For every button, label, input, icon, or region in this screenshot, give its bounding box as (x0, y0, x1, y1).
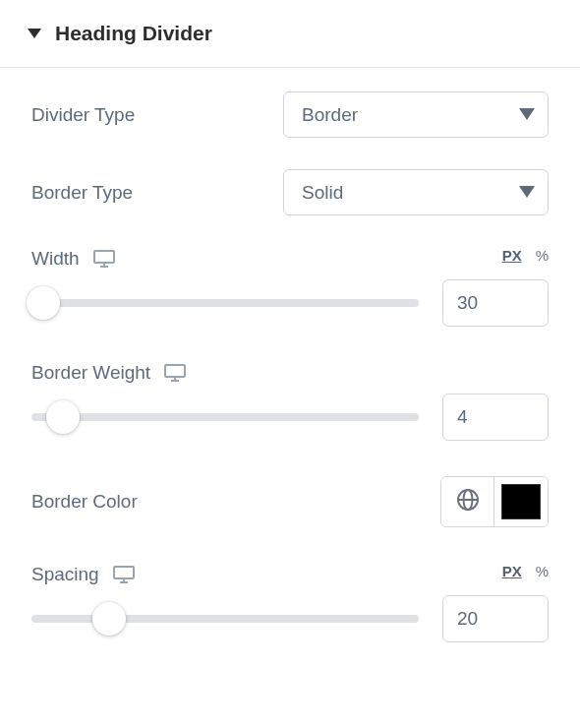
border-weight-input[interactable] (442, 394, 549, 441)
spacing-unit-group: PX % (502, 563, 549, 585)
desktop-icon[interactable] (164, 363, 186, 383)
spacing-input[interactable] (442, 595, 549, 642)
svg-marker-0 (28, 29, 41, 38)
spacing-slider[interactable] (31, 601, 419, 637)
width-unit-group: PX % (502, 247, 549, 270)
border-color-control (440, 476, 549, 527)
border-weight-label: Border Weight (31, 362, 150, 384)
section-header[interactable]: Heading Divider (0, 0, 580, 68)
spacing-control (31, 595, 549, 642)
width-unit-percent[interactable]: % (536, 247, 549, 264)
border-color-row: Border Color (31, 476, 549, 527)
border-color-label: Border Color (31, 491, 138, 513)
border-weight-slider-thumb[interactable] (46, 400, 80, 434)
global-color-button[interactable] (441, 477, 494, 526)
width-slider-thumb[interactable] (27, 286, 60, 320)
svg-rect-6 (165, 365, 185, 377)
divider-type-row: Divider Type Border (31, 91, 549, 138)
width-input[interactable] (442, 279, 549, 327)
border-type-label: Border Type (31, 182, 133, 204)
width-slider[interactable] (31, 285, 419, 321)
spacing-header: Spacing PX % (31, 563, 549, 585)
spacing-unit-percent[interactable]: % (536, 563, 549, 579)
divider-type-select[interactable]: Border (283, 91, 549, 138)
spacing-unit-px[interactable]: PX (502, 563, 522, 579)
border-weight-slider[interactable] (31, 399, 419, 435)
color-picker-button[interactable] (494, 477, 548, 526)
svg-rect-3 (94, 251, 114, 263)
color-swatch (501, 484, 541, 519)
desktop-icon[interactable] (93, 249, 115, 269)
border-type-row: Border Type Solid (31, 169, 549, 215)
border-type-select[interactable]: Solid (283, 169, 549, 215)
spacing-label: Spacing (31, 564, 99, 585)
divider-type-label: Divider Type (31, 104, 135, 126)
border-weight-control (31, 394, 549, 441)
collapse-caret-icon (28, 25, 41, 42)
border-weight-header: Border Weight (31, 362, 549, 384)
desktop-icon[interactable] (113, 565, 135, 584)
width-control (31, 279, 549, 327)
globe-icon (456, 488, 480, 516)
width-header: Width PX % (31, 247, 549, 270)
width-label: Width (31, 248, 80, 270)
width-unit-px[interactable]: PX (502, 247, 522, 264)
spacing-slider-thumb[interactable] (92, 602, 126, 636)
section-title: Heading Divider (55, 22, 212, 45)
svg-rect-12 (114, 567, 134, 578)
panel-body: Divider Type Border Border Type Solid Wi… (0, 68, 580, 701)
